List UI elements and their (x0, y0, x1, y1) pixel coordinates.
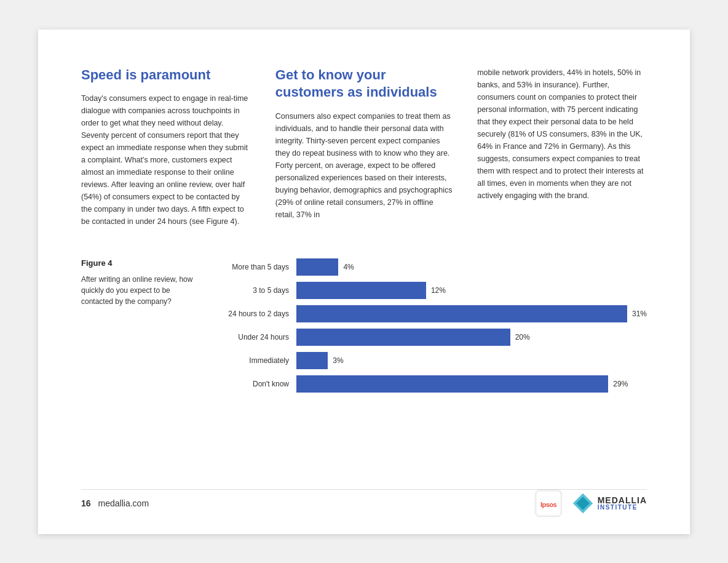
right-body: mobile network providers, 44% in hotels,… (477, 66, 647, 202)
medallia-text: MEDALLIA INSTITUTE (598, 496, 647, 511)
bar-label: Don't know (216, 380, 296, 388)
bar-fill (296, 258, 338, 276)
column-mid: Get to know your customers as individual… (275, 66, 453, 228)
bar-value: 3% (333, 356, 343, 365)
chart-row: Under 24 hours20% (216, 329, 647, 346)
bar-fill (296, 375, 608, 393)
bar-label: Immediately (216, 356, 296, 365)
chart-area: More than 5 days4%3 to 5 days12%24 hours… (216, 258, 647, 399)
mid-body: Consumers also expect companies to treat… (275, 110, 453, 221)
left-title: Speed is paramount (81, 66, 251, 84)
chart-row: Don't know29% (216, 375, 647, 393)
bar-value: 29% (613, 380, 628, 388)
svg-text:Ipsos: Ipsos (540, 501, 557, 508)
content-columns: Speed is paramount Today's consumers exp… (81, 66, 647, 228)
bar-label: More than 5 days (216, 263, 296, 271)
bar-label: 24 hours to 2 days (216, 309, 296, 318)
bar-container: 31% (296, 305, 647, 322)
ipsos-logo: Ipsos (535, 490, 562, 517)
bar-value: 4% (343, 263, 354, 271)
site-url: medallia.com (98, 498, 149, 508)
bar-fill (296, 305, 627, 322)
bar-container: 29% (296, 375, 647, 393)
bar-container: 3% (296, 352, 647, 369)
ipsos-icon: Ipsos (536, 491, 561, 516)
footer: 16 medallia.com Ipsos (81, 490, 647, 517)
medallia-logo: MEDALLIA INSTITUTE (572, 492, 647, 514)
footer-logos: Ipsos MEDALLIA INSTITUTE (535, 490, 647, 517)
figure-description: After writing an online review, how quic… (81, 274, 204, 307)
bar-label: 3 to 5 days (216, 286, 296, 295)
bar-label: Under 24 hours (216, 333, 296, 341)
bar-container: 20% (296, 329, 647, 346)
bar-container: 4% (296, 258, 647, 276)
figure-section: Figure 4 After writing an online review,… (81, 258, 647, 399)
bar-value: 12% (431, 286, 446, 295)
footer-left: 16 medallia.com (81, 498, 149, 508)
medallia-institute: INSTITUTE (598, 505, 647, 511)
bar-container: 12% (296, 282, 647, 299)
bar-fill (296, 352, 328, 369)
page: Speed is paramount Today's consumers exp… (38, 30, 690, 534)
page-number: 16 (81, 498, 91, 508)
figure-title: Figure 4 (81, 258, 204, 268)
mid-title: Get to know your customers as individual… (275, 66, 453, 102)
chart-row: More than 5 days4% (216, 258, 647, 276)
medallia-diamond-icon (572, 492, 594, 514)
medallia-name: MEDALLIA (598, 496, 647, 505)
figure-label: Figure 4 After writing an online review,… (81, 258, 216, 399)
column-left: Speed is paramount Today's consumers exp… (81, 66, 251, 228)
column-right: mobile network providers, 44% in hotels,… (477, 66, 647, 228)
bar-value: 31% (632, 309, 647, 318)
chart-row: 24 hours to 2 days31% (216, 305, 647, 322)
bar-fill (296, 282, 426, 299)
bar-fill (296, 329, 510, 346)
chart-row: 3 to 5 days12% (216, 282, 647, 299)
bar-value: 20% (515, 333, 530, 341)
left-body: Today's consumers expect to engage in re… (81, 92, 251, 228)
chart-row: Immediately3% (216, 352, 647, 369)
